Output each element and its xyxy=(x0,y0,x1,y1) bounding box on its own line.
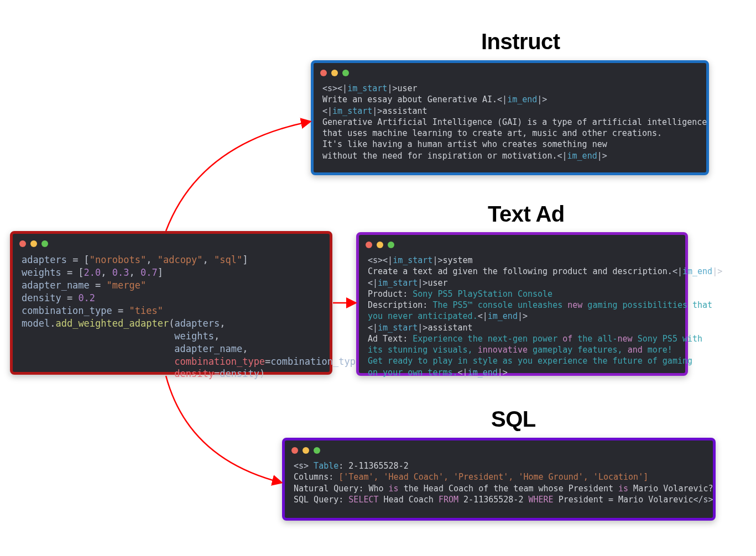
sql-c: President = Mario Volarevic xyxy=(554,495,694,505)
arg3-val: combination_type xyxy=(270,356,361,367)
kw-where: WHERE xyxy=(528,495,553,505)
instruct-body-l1: Generative Artificial Intelligence (GAI)… xyxy=(322,117,707,127)
im-start-token: im_start xyxy=(393,255,432,265)
im-start-token: im_start xyxy=(378,323,418,333)
close-icon xyxy=(19,240,26,247)
sql-content: <s> Table: 2-11365528-2 Columns: ['Team'… xyxy=(285,456,713,513)
arg0: adapters xyxy=(174,318,220,329)
var-adapter-name: adapter_name xyxy=(22,280,90,291)
kw-is2: is xyxy=(618,484,628,494)
adapter-1: "adcopy" xyxy=(158,254,203,265)
product-value: Sony PS5 PlayStation Console xyxy=(413,289,552,299)
close-icon xyxy=(366,242,372,248)
adapter-0: "norobots" xyxy=(90,254,146,265)
source-code-window: adapters = ["norobots", "adcopy", "sql"]… xyxy=(10,231,332,375)
adtext-label: Ad Text: xyxy=(368,334,413,344)
window-controls xyxy=(314,63,706,78)
source-code-content: adapters = ["norobots", "adcopy", "sql"]… xyxy=(13,249,330,388)
density-val: 0.2 xyxy=(78,292,95,303)
s-tag: <s> xyxy=(368,255,383,265)
kw-select: SELECT xyxy=(348,495,378,505)
columns-list: ['Team', 'Head Coach', 'President', 'Hom… xyxy=(338,472,648,482)
var-adapters: adapters xyxy=(22,254,67,265)
adtext-l1b: the all- xyxy=(572,334,617,344)
window-controls xyxy=(285,440,713,456)
sql-a: Head Coach xyxy=(379,495,439,505)
maximize-icon xyxy=(342,70,349,76)
call-fn: add_weighted_adapter xyxy=(55,318,169,329)
minimize-icon xyxy=(303,447,309,454)
textad-window: <s><|im_start|>system Create a text ad g… xyxy=(356,232,688,376)
arg2: adapter_name xyxy=(174,343,242,354)
sql-b: 2-11365528-2 xyxy=(458,495,528,505)
instruct-content: <s><|im_start|>user Write an essay about… xyxy=(314,78,706,169)
weight-1: 0.3 xyxy=(112,267,129,278)
minimize-icon xyxy=(331,70,338,76)
kw-of: of xyxy=(562,334,572,344)
var-density: density xyxy=(22,292,61,303)
minimize-icon xyxy=(377,242,383,248)
im-end-token: im_end xyxy=(682,266,712,276)
role-system: system xyxy=(442,255,472,265)
role-user: user xyxy=(427,278,447,288)
kw-innovative: innovative xyxy=(478,345,528,355)
var-weights: weights xyxy=(22,267,61,278)
natural-query-c: Mario Volarevic? xyxy=(628,484,713,494)
s-tag: <s> xyxy=(322,83,337,93)
window-controls xyxy=(359,235,685,250)
role-assistant: assistant xyxy=(427,323,472,333)
im-start-token: im_start xyxy=(347,83,387,93)
sql-window: <s> Table: 2-11365528-2 Columns: ['Team'… xyxy=(282,438,716,521)
kw-new2: new xyxy=(618,334,633,344)
var-combination-type: combination_type xyxy=(22,305,112,316)
kw-is: is xyxy=(389,484,399,494)
close-icon xyxy=(320,70,327,76)
instruct-window: <s><|im_start|>user Write an essay about… xyxy=(311,60,709,175)
heading-instruct: Instruct xyxy=(481,29,560,54)
role-assistant: assistant xyxy=(382,106,427,116)
im-start-token: im_start xyxy=(378,278,418,288)
description-line2: you never anticipated. xyxy=(368,311,478,321)
instruct-body-l2: that uses machine learning to create art… xyxy=(322,128,662,138)
description-line1-b: gaming possibilities that xyxy=(582,300,712,310)
adtext-l3: Get ready to play in style as you experi… xyxy=(368,356,692,366)
combination-type-val: "ties" xyxy=(129,305,163,316)
arrow-to-sql xyxy=(166,376,281,482)
adtext-l1c: Sony PS5 with xyxy=(633,334,702,344)
natural-query-a: Natural Query: Who xyxy=(294,484,389,494)
close-icon xyxy=(291,447,298,454)
heading-sql: SQL xyxy=(491,407,536,432)
heading-textad: Text Ad xyxy=(488,202,565,227)
im-end-token: im_end xyxy=(567,151,597,161)
maximize-icon xyxy=(314,447,320,454)
adapter-name-val: "merge" xyxy=(107,280,147,291)
textad-content: <s><|im_start|>system Create a text ad g… xyxy=(359,250,685,386)
weight-0: 2.0 xyxy=(84,267,101,278)
instruct-body-l3: It's like having a human artist who crea… xyxy=(322,139,607,149)
arrow-to-instruct xyxy=(166,122,310,231)
minimize-icon xyxy=(30,240,37,247)
instruct-body-l4: without the need for inspiration or moti… xyxy=(322,151,557,161)
description-label: Description: xyxy=(368,300,432,310)
role-user: user xyxy=(397,83,417,93)
im-start-token: im_start xyxy=(332,106,372,116)
maximize-icon xyxy=(41,240,48,247)
arg1: weights xyxy=(174,331,214,342)
weight-2: 0.7 xyxy=(140,267,158,278)
adtext-l2b: gameplay features, xyxy=(528,345,628,355)
table-value: : 2-11365528-2 xyxy=(338,461,408,471)
arg3-key: combination_type xyxy=(174,356,265,367)
adtext-l2c: more! xyxy=(643,345,672,355)
kw-from: FROM xyxy=(439,495,458,505)
adtext-l4: on your own terms. xyxy=(368,368,458,377)
textad-system-msg: Create a text ad given the following pro… xyxy=(368,266,672,276)
table-label: Table xyxy=(309,461,338,471)
adtext-l2a: its stunning visuals, xyxy=(368,345,478,355)
product-label: Product: xyxy=(368,289,413,299)
maximize-icon xyxy=(388,242,394,248)
columns-label: Columns: xyxy=(294,472,338,482)
end-tag: </s> xyxy=(694,495,713,505)
kw-new: new xyxy=(567,300,582,310)
sql-query-label: SQL Query: xyxy=(294,495,348,505)
kw-and: and xyxy=(628,345,643,355)
